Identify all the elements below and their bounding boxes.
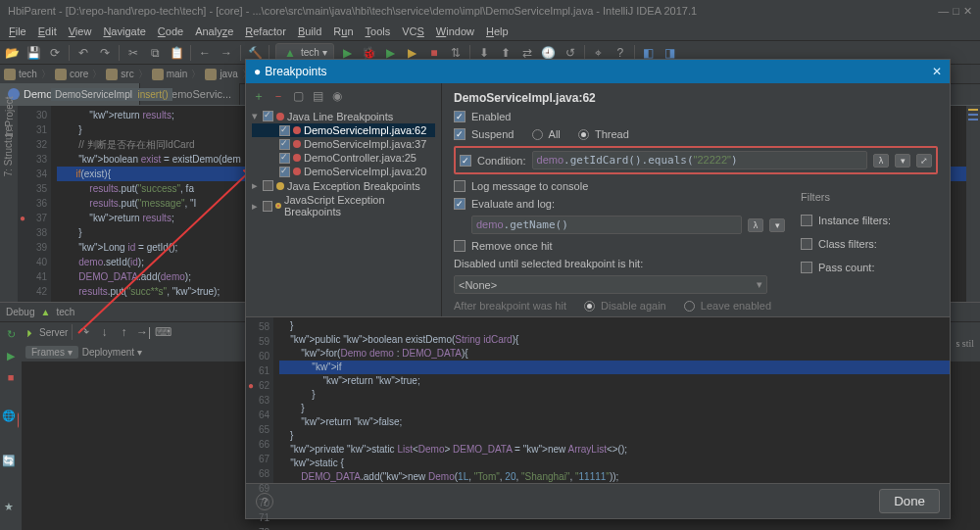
lang-icon[interactable]: λ xyxy=(873,154,889,168)
preview-gutter: 585960616263646566676869707172 xyxy=(246,317,273,483)
suspend-thread-radio[interactable] xyxy=(578,129,589,140)
crumb-item[interactable]: core xyxy=(55,69,88,80)
expand-icon[interactable]: ◉ xyxy=(330,89,344,103)
code-preview: 585960616263646566676869707172 } "kw">pu… xyxy=(246,316,950,483)
debug-tab[interactable]: Debug xyxy=(6,307,34,317)
rerun-icon[interactable]: ↻ xyxy=(3,326,19,342)
leave-enabled-radio[interactable] xyxy=(684,301,695,312)
log-console-checkbox[interactable] xyxy=(454,180,466,192)
resume-icon[interactable]: ▶ xyxy=(3,348,19,363)
menu-view[interactable]: View xyxy=(64,24,97,39)
tree-bp-item[interactable]: DemoServiceImpl.java:37 xyxy=(252,137,435,151)
tree-bp-item[interactable]: DemoServiceImpl.java:62 xyxy=(252,123,435,137)
paste-icon[interactable]: 📋 xyxy=(169,45,184,61)
menu-edit[interactable]: Edit xyxy=(33,24,62,39)
group-icon[interactable]: ▤ xyxy=(311,89,324,103)
crumb-item[interactable]: main xyxy=(152,69,188,80)
menu-navigate[interactable]: Navigate xyxy=(98,24,150,39)
menu-run[interactable]: Run xyxy=(328,24,358,39)
suspend-checkbox[interactable] xyxy=(454,128,466,140)
max-icon[interactable]: □ xyxy=(953,5,959,18)
tree-root-java-line[interactable]: ▾Java Line Breakpoints xyxy=(252,109,435,123)
deployment-tab[interactable]: Deployment ▾ xyxy=(82,347,142,358)
done-button[interactable]: Done xyxy=(879,489,940,513)
condition-input[interactable]: demo.getIdCard().equals("22222") xyxy=(532,151,867,169)
disable-again-radio[interactable] xyxy=(584,301,595,312)
menu-vcs[interactable]: VCS xyxy=(397,24,429,39)
editor-marker-strip[interactable] xyxy=(966,106,980,302)
menu-code[interactable]: Code xyxy=(153,24,188,39)
breakpoint-detail: DemoServiceImpl.java:62 Enabled Suspend … xyxy=(442,83,950,316)
server-tab[interactable]: Server xyxy=(39,327,68,338)
redo-icon[interactable]: ↷ xyxy=(97,45,113,61)
tree-bp-item[interactable]: DemoController.java:25 xyxy=(252,151,435,165)
dialog-close-icon[interactable]: ✕ xyxy=(932,65,942,78)
jrebel-tool-icon[interactable]: 🔄 xyxy=(2,455,16,467)
tree-bp-item[interactable]: DemoServiceImpl.java:20 xyxy=(252,165,435,178)
bottom-left-rail: 🌐 🔄 ★ xyxy=(0,393,18,530)
menu-refactor[interactable]: Refactor xyxy=(240,24,291,39)
eval-log-checkbox[interactable] xyxy=(454,198,466,210)
crumb-item[interactable]: src xyxy=(106,69,133,80)
breadcrumb-annotation: DemoServiceImpl insert() xyxy=(51,88,172,101)
history-dropdown-icon[interactable]: ▾ xyxy=(895,154,910,168)
eval-icon[interactable]: ⌨ xyxy=(155,324,171,340)
condition-row: Condition: demo.getIdCard().equals("2222… xyxy=(454,146,938,174)
expand-editor-icon[interactable]: ⤢ xyxy=(916,154,932,168)
frames-tab[interactable]: Frames ▾ xyxy=(25,346,78,359)
dialog-footer: ? Done xyxy=(246,483,950,518)
undo-icon[interactable]: ↶ xyxy=(75,45,91,61)
folder-icon xyxy=(106,69,118,80)
menu-build[interactable]: Build xyxy=(293,24,326,39)
filter-icon[interactable]: ▢ xyxy=(291,89,305,103)
class-filter-checkbox[interactable] xyxy=(801,238,812,250)
enabled-checkbox[interactable] xyxy=(454,111,466,122)
step-into-icon[interactable]: ↓ xyxy=(96,324,112,340)
lang-icon[interactable]: λ xyxy=(748,218,763,232)
tree-js-exception-bp[interactable]: ▸JavaScript Exception Breakpoints xyxy=(252,193,435,218)
step-out-icon[interactable]: ↑ xyxy=(116,324,131,340)
run-to-cursor-icon[interactable]: →| xyxy=(135,324,151,340)
fwd-icon[interactable]: → xyxy=(219,45,234,61)
menu-analyze[interactable]: Analyze xyxy=(190,24,238,39)
help-button[interactable]: ? xyxy=(256,493,273,510)
stop-debug-icon[interactable]: ■ xyxy=(3,369,19,385)
step-over-icon[interactable]: ↷ xyxy=(76,324,92,340)
menu-tools[interactable]: Tools xyxy=(361,24,396,39)
tree-exception-bp[interactable]: ▸Java Exception Breakpoints xyxy=(252,178,435,193)
eval-log-input[interactable]: demo.getName() xyxy=(471,216,742,234)
debug-config[interactable]: tech xyxy=(56,307,74,317)
breakpoints-dialog: ● Breakpoints ✕ ＋ － ▢ ▤ ◉ ▾Java Line Bre… xyxy=(245,59,951,519)
remove-bp-icon[interactable]: － xyxy=(271,89,285,103)
cut-icon[interactable]: ✂ xyxy=(125,45,141,61)
dialog-title-bar[interactable]: ● Breakpoints ✕ xyxy=(246,60,950,83)
folder-icon xyxy=(152,69,164,80)
structure-tool[interactable]: 7: Structure xyxy=(4,126,15,177)
crumb-item[interactable]: tech xyxy=(4,69,37,80)
history-dropdown-icon[interactable]: ▾ xyxy=(769,218,785,232)
close-icon[interactable]: ✕ xyxy=(963,5,972,18)
sync-icon[interactable]: ⟳ xyxy=(47,45,63,61)
run-config-label: tech xyxy=(301,47,319,58)
disabled-until-select[interactable]: <None>▾ xyxy=(454,275,767,294)
min-icon[interactable]: — xyxy=(938,5,949,18)
instance-filter-checkbox[interactable] xyxy=(801,215,812,226)
editor-gutter[interactable]: 303132333435363738394041424344454647 xyxy=(18,106,51,302)
add-bp-icon[interactable]: ＋ xyxy=(252,89,266,103)
separator xyxy=(240,45,241,61)
suspend-all-radio[interactable] xyxy=(532,129,543,140)
condition-checkbox[interactable] xyxy=(460,155,471,167)
favorites-tool-icon[interactable]: ★ xyxy=(4,501,14,513)
menu-window[interactable]: Window xyxy=(431,24,479,39)
separator xyxy=(119,45,120,61)
copy-icon[interactable]: ⧉ xyxy=(147,45,163,61)
menu-help[interactable]: Help xyxy=(481,24,514,39)
save-icon[interactable]: 💾 xyxy=(25,45,41,61)
back-icon[interactable]: ← xyxy=(197,45,213,61)
web-tool-icon[interactable]: 🌐 xyxy=(2,410,16,422)
menu-file[interactable]: File xyxy=(4,24,31,39)
pass-count-checkbox[interactable] xyxy=(801,262,812,273)
crumb-item[interactable]: java xyxy=(205,69,237,80)
open-icon[interactable]: 📂 xyxy=(4,45,20,61)
remove-once-checkbox[interactable] xyxy=(454,240,466,252)
